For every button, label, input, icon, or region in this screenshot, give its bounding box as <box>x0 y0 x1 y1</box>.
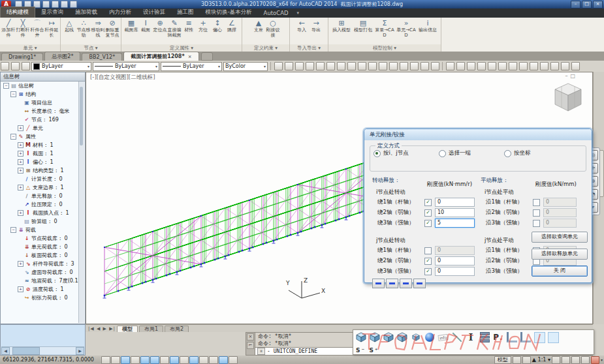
ribbon-tab-设计验算[interactable]: 设计验算 <box>137 7 171 18</box>
quick-properties-toggle[interactable] <box>219 356 228 364</box>
cut-icon[interactable] <box>519 62 528 70</box>
checkbox-i-rotation-2[interactable]: ✓ <box>424 220 432 227</box>
merge-member-button[interactable]: ⌒杆件合并 <box>31 19 44 38</box>
ribbon-group-label[interactable]: 单元 ▾ <box>0 44 60 52</box>
layer-state-icon[interactable] <box>11 62 20 70</box>
file-tab[interactable]: 截面计算调整前1208*× <box>123 52 199 61</box>
ribbon-tab-AutoCAD[interactable]: AutoCAD <box>258 8 294 18</box>
orbit-icon[interactable] <box>295 62 304 70</box>
collapse-icon[interactable]: − <box>10 134 16 140</box>
tree-item[interactable]: ⇊单元荷载库： 0 <box>1 243 79 251</box>
tree-item[interactable]: −✎属性 <box>1 132 79 141</box>
tab-close-icon[interactable]: × <box>188 54 192 59</box>
tree-item[interactable]: ↗拉压限定： 0 <box>1 200 79 209</box>
model-space-button[interactable]: 模型 <box>494 356 511 364</box>
tree-item[interactable]: ↓节点荷载库： 0 <box>1 234 79 243</box>
extend-member-button[interactable]: ↦杆件延长 <box>45 19 59 38</box>
tree-item[interactable]: +I截面： 1 <box>1 149 79 158</box>
value-input-j-rotation-2[interactable]: 0 <box>435 267 475 276</box>
quantity-to-cad-button[interactable]: Σ算量→CAD <box>374 19 395 38</box>
expand-icon[interactable]: + <box>18 286 24 292</box>
checkbox-i-rotation-1[interactable]: ✓ <box>424 209 432 217</box>
lock-icon[interactable] <box>581 356 590 364</box>
layer-properties-icon[interactable] <box>1 62 9 70</box>
tree-item[interactable]: ↓板面荷载库： 0 <box>1 251 79 260</box>
expand-icon[interactable]: + <box>18 159 24 165</box>
lwt-toggle[interactable] <box>199 356 208 364</box>
workspace-icon[interactable] <box>571 356 580 364</box>
osnap-toggle[interactable] <box>150 356 159 364</box>
undo-icon[interactable] <box>561 62 569 70</box>
view-cube-sw-icon[interactable] <box>355 331 367 343</box>
insert-model-button[interactable]: ⊞插入模型 <box>331 19 352 33</box>
otrack-toggle[interactable] <box>170 356 179 364</box>
plotstyle-dropdown[interactable]: ByColor▾ <box>223 62 268 71</box>
copy-icon[interactable] <box>530 62 538 70</box>
edit-section-button[interactable]: ✎直接编辑截面 <box>168 19 182 38</box>
value-input-i-rotation-2[interactable]: 5 <box>435 219 475 228</box>
support-button[interactable]: ▲支座 <box>252 19 266 33</box>
tree-item[interactable]: +⊞结构类型： 1 <box>1 166 79 175</box>
value-input-i-translation-0[interactable]: 0 <box>543 198 577 207</box>
publish-icon[interactable] <box>498 62 507 70</box>
collapse-icon[interactable]: − <box>10 91 16 97</box>
value-input-i-translation-2[interactable]: 0 <box>543 219 577 228</box>
checkbox-i-translation-1[interactable]: ✓ <box>533 209 540 217</box>
annotation-visibility-icon[interactable] <box>552 356 560 364</box>
layout-icon[interactable] <box>513 356 521 364</box>
node-move-button[interactable]: ∴节点移动 <box>77 19 91 38</box>
delete-duplicate-nodes-button[interactable]: ⊘删除重复节点 <box>106 19 119 38</box>
tree-item[interactable]: +⊘温度荷载： 1 <box>1 285 79 294</box>
lineweight-dropdown[interactable]: ByLayer▾ <box>161 62 222 71</box>
ribbon-tab-模块切换-基本分析[interactable]: 模块切换-基本分析 <box>200 7 258 18</box>
tree-item[interactable]: ⇘虚面导荷载库： 0 <box>1 268 79 277</box>
checkbox-j-rotation-1[interactable]: ✓ <box>424 258 432 265</box>
member-info-icon[interactable]: info <box>437 331 449 343</box>
dropdown-caret-icon[interactable]: ▾ <box>87 64 89 68</box>
rigid-hinged-button[interactable]: ○刚接铰接 <box>266 19 280 38</box>
tree-item[interactable]: ↪初张力荷载： 0 <box>1 294 79 302</box>
add-member-button[interactable]: ╱添加杆件 <box>2 19 16 38</box>
scroll-left-icon[interactable]: ◀ <box>1 347 10 355</box>
ribbon-tab-结构建模[interactable]: 结构建模 <box>0 7 35 18</box>
select-release-elements-button[interactable]: 选择欲释放单元 <box>532 249 588 260</box>
move-to-line-button[interactable]: ⇒移动到线 <box>91 19 105 38</box>
infer-constraints-toggle[interactable] <box>101 356 110 364</box>
s-plus-label[interactable]: S⁺ <box>369 347 379 354</box>
output-info-button[interactable]: i输出信息 <box>417 19 438 33</box>
layout-tab-模型[interactable]: 模型 <box>117 326 138 333</box>
file-tab[interactable]: Drawing1* <box>1 53 43 61</box>
layout-nav-arrows-icon[interactable]: |◀ ◀ ▶ ▶| <box>88 326 116 331</box>
node-slash-icon[interactable] <box>451 331 463 343</box>
dyn-toggle[interactable] <box>189 356 199 364</box>
ducs-toggle[interactable] <box>180 356 189 364</box>
break-member-button[interactable]: ╳打断杆件 <box>16 19 30 38</box>
tree-item[interactable]: ∕单元释放： 0 <box>1 192 79 200</box>
radio-按i、j节点[interactable]: 按i、j节点 <box>374 149 439 157</box>
snap-toggle[interactable] <box>111 356 120 364</box>
expand-icon[interactable]: + <box>18 125 24 131</box>
tree-item[interactable]: +⇘杆件导荷载库： 3 <box>1 260 79 268</box>
knee-brace-button[interactable]: ∠隅撑 <box>225 19 239 33</box>
value-input-i-rotation-1[interactable]: 10 <box>435 208 475 217</box>
view-iso-4-icon[interactable] <box>410 62 419 70</box>
checkbox-i-translation-0[interactable]: ✓ <box>533 199 540 206</box>
tree-item[interactable]: ↔长度单位： 毫米 <box>1 107 79 115</box>
polar-toggle[interactable] <box>140 356 150 364</box>
export-button[interactable]: →导出 <box>310 19 323 33</box>
view-cube-se-icon[interactable] <box>369 331 381 343</box>
section-ibeam-icon[interactable]: I <box>465 331 477 343</box>
checkbox-j-rotation-2[interactable]: ✓ <box>424 268 432 275</box>
tree-item[interactable]: −▤信息树 <box>1 82 79 90</box>
scroll-thumb[interactable] <box>12 347 40 355</box>
blank-slot-icon-2[interactable] <box>547 331 559 343</box>
value-input-i-rotation-0[interactable]: 0 <box>435 198 475 207</box>
selection-cycling-toggle[interactable] <box>229 356 238 364</box>
s-minus-label[interactable]: S⁻ <box>356 347 366 354</box>
element-to-cad-button[interactable]: »单元→CAD <box>396 19 417 38</box>
view-iso-2-icon[interactable] <box>389 62 398 70</box>
expand-icon[interactable]: + <box>18 261 24 267</box>
file-tab[interactable]: 总示图2* <box>44 52 80 61</box>
palette-scrollbar[interactable] <box>78 82 84 323</box>
ribbon-options-caret-icon[interactable]: ▾ <box>297 10 300 18</box>
